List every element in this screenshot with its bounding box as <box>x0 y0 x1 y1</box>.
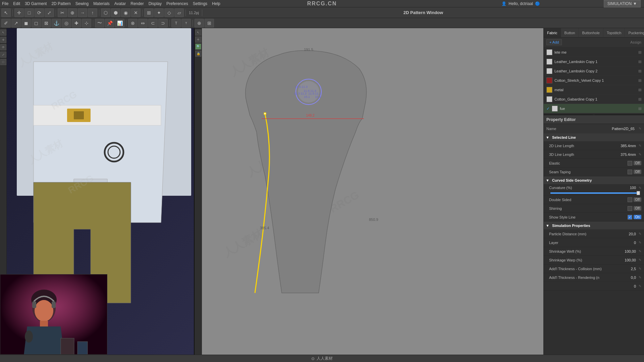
tool-select-box[interactable]: □ <box>24 8 34 17</box>
tool2-b2[interactable]: ◻ <box>32 19 41 27</box>
tool2-node[interactable]: ⊹ <box>82 19 91 27</box>
tool-2d-lock[interactable]: 🔒 <box>195 51 201 57</box>
prop-ssl-toggle[interactable]: On <box>634 215 641 219</box>
prop-swp-edit[interactable]: ✎ <box>639 258 641 262</box>
menu-3dgarment[interactable]: 3D Garment <box>25 1 47 6</box>
prop-elastic-toggle[interactable]: Off <box>634 161 641 165</box>
prop-3d-edit[interactable]: ✎ <box>639 153 641 156</box>
curved-side-header[interactable]: ▼ Curved Side Geometry <box>544 176 644 184</box>
tool-hex1[interactable]: ⬡ <box>101 8 110 17</box>
material-item-4[interactable]: metal ▤ <box>544 85 644 95</box>
tool2-t1[interactable]: ⊂ <box>148 19 158 27</box>
menu-avatar[interactable]: Avatar <box>114 1 126 6</box>
selected-line-header[interactable]: ▼ Selected Line <box>544 133 644 141</box>
tab-puckering[interactable]: Puckering <box>625 28 644 37</box>
tool-cursor[interactable]: ↖ <box>1 8 11 17</box>
menu-sewing[interactable]: Sewing <box>75 1 89 6</box>
tool-grid[interactable]: ⊞ <box>144 8 154 17</box>
tool-star[interactable]: ✦ <box>154 8 164 17</box>
tool-move[interactable]: ✛ <box>14 8 24 17</box>
tool2-t2[interactable]: ⊃ <box>158 19 168 27</box>
mat-color-5 <box>546 96 552 102</box>
prop-layer-edit[interactable]: ✎ <box>639 241 641 244</box>
prop-name-edit[interactable]: ✎ <box>639 127 641 130</box>
menu-materials[interactable]: Materials <box>93 1 110 6</box>
tool-hex2[interactable]: ⬢ <box>111 8 120 17</box>
menu-settings[interactable]: Settings <box>193 1 207 6</box>
lt-tool4[interactable]: ⤢ <box>0 52 6 58</box>
menu-render[interactable]: Render <box>130 1 144 6</box>
lt-tool2[interactable]: ✛ <box>0 37 6 43</box>
tab-button[interactable]: Button <box>561 28 579 37</box>
tool2-flip[interactable]: ⇔ <box>138 19 148 27</box>
prop-shirr-toggle[interactable]: Off <box>634 206 641 210</box>
tool2-cursor2[interactable]: ↗ <box>11 19 21 27</box>
prop-tr-edit[interactable]: ✎ <box>639 276 641 279</box>
prop-curvature-edit[interactable]: ✎ <box>639 186 641 190</box>
tool2-sew[interactable]: ⊗ <box>128 19 138 27</box>
prop-elastic-checkbox[interactable] <box>628 161 632 166</box>
tool-add[interactable]: ⊕ <box>68 8 77 17</box>
viewport-3d[interactable]: ↖ ✛ ⟳ ⤢ □ 人人素材 RRCG 人人素材 RRCG <box>0 28 195 355</box>
material-item-6[interactable]: ✓ fue ▤ <box>544 104 644 113</box>
prop-2d-edit[interactable]: ✎ <box>639 144 641 147</box>
viewport-2d[interactable]: ↖ ✛ 🔍 🔒 人人素材 RRCG.CN 人人素材 RRCG 人人素材 1 <box>195 28 543 355</box>
menu-edit[interactable]: Edit <box>13 1 20 6</box>
simulation-button[interactable]: SIMULATION ▼ <box>604 0 641 7</box>
menu-preferences[interactable]: Preferences <box>166 1 188 6</box>
material-item-1[interactable]: Leather_Lambskin Copy 1 ▤ <box>544 57 644 66</box>
tool-diamond[interactable]: ◇ <box>164 8 174 17</box>
tool-shape[interactable]: ▱ <box>174 8 184 17</box>
tab-topstitch[interactable]: Topstitch <box>603 28 625 37</box>
tool2-circle2[interactable]: ◎ <box>62 19 71 27</box>
menu-2dpattern[interactable]: 2D Pattern <box>51 1 70 6</box>
prop-seam-checkbox[interactable] <box>628 170 632 174</box>
tool2-b1[interactable]: ◼ <box>21 19 31 27</box>
tool2-anchor[interactable]: ⚓ <box>52 19 61 27</box>
tool-2d-zoom[interactable]: 🔍 <box>195 44 201 50</box>
tool2-text-s[interactable]: T <box>181 19 191 27</box>
sim-props-header[interactable]: ▼ Simulation Properties <box>544 222 644 230</box>
tool-scale[interactable]: ⤢ <box>45 8 54 17</box>
tool-rotate[interactable]: ⟳ <box>35 8 44 17</box>
tool2-text[interactable]: T <box>171 19 181 27</box>
tool2-pen[interactable]: ✐ <box>1 19 11 27</box>
prop-ds-checkbox[interactable] <box>628 197 632 202</box>
tool2-pin[interactable]: 📌 <box>105 19 114 27</box>
tool2-b3[interactable]: ⊠ <box>42 19 51 27</box>
tool-2d-1[interactable]: ↖ <box>195 29 201 36</box>
curvature-slider[interactable] <box>550 192 640 194</box>
material-item-3[interactable]: Cotton_Stretch_Velvet Copy 1 ▤ <box>544 76 644 85</box>
tool-cross[interactable]: ✕ <box>131 8 141 17</box>
tool-circle[interactable]: ◉ <box>121 8 130 17</box>
lt-tool1[interactable]: ↖ <box>0 29 6 36</box>
prop-tc-edit[interactable]: ✎ <box>639 267 641 270</box>
tool-scissors[interactable]: ✂ <box>58 8 67 17</box>
tool2-cross2[interactable]: ✚ <box>72 19 81 27</box>
prop-seam-toggle[interactable]: Off <box>634 170 641 174</box>
tool2-wave[interactable]: 〜 <box>95 19 104 27</box>
tab-buttonhole[interactable]: Buttonhole <box>579 28 603 37</box>
tool2-view[interactable]: ⊕ <box>195 19 204 27</box>
tab-fabric[interactable]: Fabric <box>544 28 561 37</box>
prop-pd-edit[interactable]: ✎ <box>639 232 641 236</box>
material-item-2[interactable]: Leather_Lambskin Copy 2 ▤ <box>544 66 644 76</box>
tool-arrow-r[interactable]: → <box>78 8 87 17</box>
prop-extra-edit[interactable]: ✎ <box>639 284 641 288</box>
add-button[interactable]: + Add <box>546 39 562 45</box>
menu-file[interactable]: File <box>2 1 8 6</box>
tool-2d-2[interactable]: ✛ <box>195 37 201 43</box>
material-item-5[interactable]: Cotton_Gabardine Copy 1 ▤ <box>544 95 644 104</box>
menu-display[interactable]: Display <box>149 1 162 6</box>
tool2-grid2[interactable]: ⊞ <box>205 19 214 27</box>
lt-tool3[interactable]: ⟳ <box>0 44 6 50</box>
prop-ds-toggle[interactable]: Off <box>634 197 641 202</box>
material-item-0[interactable]: lete me ▤ <box>544 48 644 57</box>
prop-ssl-checkbox[interactable] <box>628 215 632 220</box>
prop-shirr-checkbox[interactable] <box>628 206 632 211</box>
tool2-graph[interactable]: 📊 <box>115 19 124 27</box>
lt-tool5[interactable]: □ <box>0 59 6 65</box>
menu-help[interactable]: Help <box>212 1 220 6</box>
tool-arrow-u[interactable]: ↑ <box>88 8 97 17</box>
prop-sw-edit[interactable]: ✎ <box>639 249 641 253</box>
